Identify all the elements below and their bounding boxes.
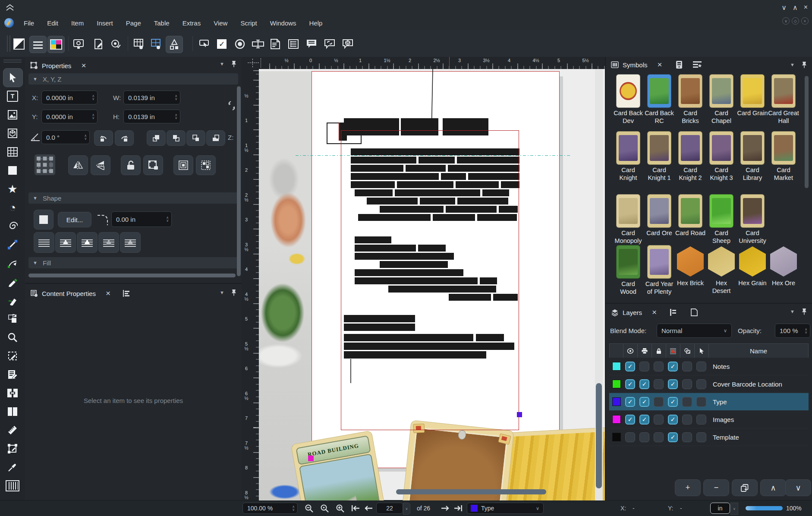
layer-flow-checkbox[interactable] xyxy=(682,362,692,371)
doc-minimize-icon[interactable]: ∨ xyxy=(782,17,790,25)
symbol-card-road[interactable]: Card Road xyxy=(675,194,706,245)
menu-table[interactable]: Table xyxy=(148,18,176,28)
insert-shape-tool[interactable] xyxy=(3,161,22,179)
annotation-arrow[interactable] xyxy=(426,69,438,130)
insert-freehand-line-tool[interactable] xyxy=(3,273,22,291)
window-minimize-icon[interactable]: ∨ xyxy=(781,3,787,12)
symbol-card-monopoly[interactable]: Card Monopoly xyxy=(613,194,644,245)
layer-select-checkbox[interactable] xyxy=(696,379,706,389)
layer-flow-checkbox[interactable] xyxy=(682,397,692,407)
next-page-icon[interactable] xyxy=(441,505,450,512)
symbol-card-grain[interactable]: Card Grain xyxy=(737,74,768,131)
layer-printable-checkbox[interactable]: ✓ xyxy=(639,379,649,389)
symbol-card-knight-3[interactable]: Card Knight 3 xyxy=(706,131,737,194)
text-flow-frame-button[interactable] xyxy=(55,232,76,253)
properties-vscrollbar[interactable] xyxy=(237,86,241,276)
menu-script[interactable]: Script xyxy=(234,18,263,28)
copy-item-properties-tool[interactable] xyxy=(3,440,22,458)
raise-button[interactable] xyxy=(167,130,186,146)
select-cursor-icon[interactable] xyxy=(695,344,709,358)
text-flow-contour-button[interactable] xyxy=(98,232,119,253)
zoom-out-icon[interactable] xyxy=(305,504,313,513)
menu-edit[interactable]: Edit xyxy=(41,18,65,28)
frame-lock-icon[interactable] xyxy=(149,37,163,51)
ungroup-button[interactable] xyxy=(196,155,216,175)
properties-collapse-icon[interactable]: ▼ xyxy=(220,61,224,66)
x-position-input[interactable]: 0.0000 in∧∨ xyxy=(41,91,98,104)
story-editor-tool[interactable] xyxy=(3,365,22,384)
current-page-input[interactable]: 22 xyxy=(376,503,403,514)
insert-table-tool[interactable] xyxy=(3,143,22,161)
layer-printable-checkbox[interactable]: ✓ xyxy=(639,397,649,407)
layer-color-swatch[interactable] xyxy=(612,380,621,388)
ruler-origin-icon[interactable] xyxy=(246,58,261,68)
canvas-vscrollbar-thumb[interactable] xyxy=(596,383,602,488)
edit-contents-tool[interactable] xyxy=(3,347,22,365)
toolbar-grip[interactable] xyxy=(9,35,10,52)
layer-visible-checkbox[interactable]: ✓ xyxy=(625,379,635,389)
layer-flow-checkbox[interactable] xyxy=(682,379,692,389)
delete-layer-button[interactable]: − xyxy=(703,479,729,496)
layer-visible-checkbox[interactable]: ✓ xyxy=(625,397,635,407)
layers-page-icon[interactable] xyxy=(690,308,698,317)
menu-item[interactable]: Item xyxy=(65,18,90,28)
raise-to-top-button[interactable] xyxy=(147,130,166,146)
duplicate-layer-button[interactable] xyxy=(732,479,758,496)
layer-locked-checkbox[interactable] xyxy=(654,415,664,425)
layer-printable-checkbox[interactable]: ✓ xyxy=(639,415,649,425)
rotate-cw-button[interactable] xyxy=(115,130,134,146)
rotation-input[interactable]: 0.0 °∧∨ xyxy=(41,130,90,144)
layers-pin-icon[interactable] xyxy=(802,308,807,315)
horizontal-ruler[interactable]: ½0½11½22½33½44½55½ xyxy=(242,57,605,69)
insert-arc-tool[interactable]: ◔ xyxy=(3,198,22,217)
layer-visible-checkbox[interactable] xyxy=(625,432,635,442)
layer-row-template[interactable]: ✓Template xyxy=(609,428,809,446)
layer-outline-checkbox[interactable]: ✓ xyxy=(668,415,678,425)
unit-select[interactable]: in xyxy=(710,503,730,514)
insert-bezier-curve-tool[interactable] xyxy=(3,254,22,272)
active-layer-select[interactable]: Type ∨ xyxy=(467,503,544,514)
pdf-push-button-icon[interactable] xyxy=(198,37,211,51)
layer-locked-checkbox[interactable] xyxy=(654,379,664,389)
layer-flow-checkbox[interactable] xyxy=(682,432,692,442)
collapse-toolbar-icon[interactable] xyxy=(5,3,15,12)
flip-horizontal-button[interactable] xyxy=(68,155,88,175)
lock-size-button[interactable] xyxy=(143,155,163,175)
ruler-corner[interactable] xyxy=(242,57,266,69)
symbol-card-great-hall[interactable]: Card Great Hall xyxy=(768,74,799,131)
text-lock-icon[interactable] xyxy=(166,36,183,53)
layer-name[interactable]: Notes xyxy=(708,363,809,370)
content-properties-close-icon[interactable]: × xyxy=(106,289,110,298)
layer-select-checkbox[interactable] xyxy=(696,415,706,425)
layer-row-type[interactable]: ✓✓✓Type xyxy=(609,393,809,411)
document-viewport[interactable]: ROAD BUILDING xyxy=(259,69,605,500)
text-flow-image-button[interactable] xyxy=(120,232,141,253)
toolbar-grip[interactable] xyxy=(7,35,8,52)
menu-view[interactable]: View xyxy=(207,18,234,28)
pdf-text-annotation-icon[interactable] xyxy=(305,37,318,51)
layer-visible-checkbox[interactable]: ✓ xyxy=(625,415,635,425)
doc-restore-icon[interactable]: ◇ xyxy=(792,17,799,25)
link-text-frames-tool[interactable] xyxy=(3,384,22,402)
symbols-pin-icon[interactable] xyxy=(802,61,807,68)
symbol-card-chapel[interactable]: Card Chapel xyxy=(706,74,737,131)
window-close-icon[interactable]: × xyxy=(804,3,808,12)
layer-flow-checkbox[interactable] xyxy=(682,415,692,425)
layer-row-notes[interactable]: ✓✓Notes xyxy=(609,358,809,375)
layer-name[interactable]: Cover Barcode Location xyxy=(708,381,809,388)
zoom-tool[interactable] xyxy=(3,328,22,346)
symbol-card-back-rc[interactable]: Card Back RC xyxy=(644,74,675,131)
symbol-card-back-dev[interactable]: Card Back Dev xyxy=(613,74,644,131)
printer-icon[interactable] xyxy=(638,344,652,358)
last-page-icon[interactable] xyxy=(454,505,463,512)
objects-wireframe-icon[interactable] xyxy=(680,344,695,358)
preview-mode-icon[interactable] xyxy=(72,37,85,51)
layer-color-swatch[interactable] xyxy=(612,362,621,371)
symbols-collapse-icon[interactable]: ▼ xyxy=(790,62,795,67)
layer-outline-checkbox[interactable]: ✓ xyxy=(668,362,678,371)
layers-tree-icon[interactable] xyxy=(669,308,677,316)
pdf-checkbox-icon[interactable]: ✓ xyxy=(215,37,229,51)
add-layer-button[interactable]: + xyxy=(675,479,701,496)
pdf-combo-box-icon[interactable] xyxy=(268,37,282,51)
select-item-tool[interactable] xyxy=(3,68,23,87)
